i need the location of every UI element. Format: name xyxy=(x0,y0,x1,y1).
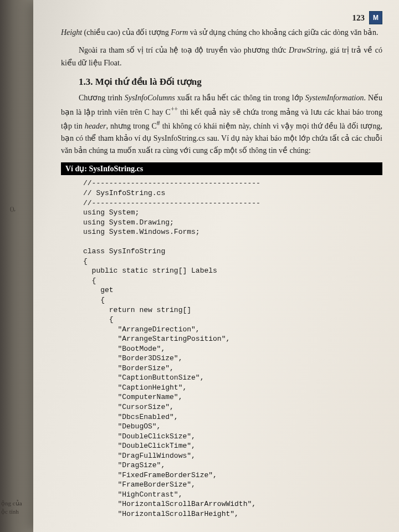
prev-page-fragment: ộng của ộc tính xyxy=(1,499,22,515)
paragraph-3: Chương trình SysInfoColumns xuất ra hầu … xyxy=(61,92,382,157)
page-number: 123 xyxy=(352,13,365,23)
book-spine xyxy=(0,0,33,532)
publisher-logo-icon: M xyxy=(369,11,382,24)
code-example-title-bar: Ví dụ: SysInfoString.cs xyxy=(61,162,382,175)
paragraph-2: Ngoài ra tham số vị trí của hệ toạ độ tr… xyxy=(61,44,382,69)
book-page: 123 M Height (chiều cao) của đối tượng F… xyxy=(33,0,399,532)
prev-page-fragment-2: (), xyxy=(10,205,16,212)
section-heading: 1.3. Mọi thứ đều là Đối tượng xyxy=(79,76,382,88)
paragraph-continuation: Height (chiều cao) của đối tượng Form và… xyxy=(61,27,382,39)
code-listing: //--------------------------------------… xyxy=(83,178,382,519)
page-header: 123 M xyxy=(61,11,382,24)
